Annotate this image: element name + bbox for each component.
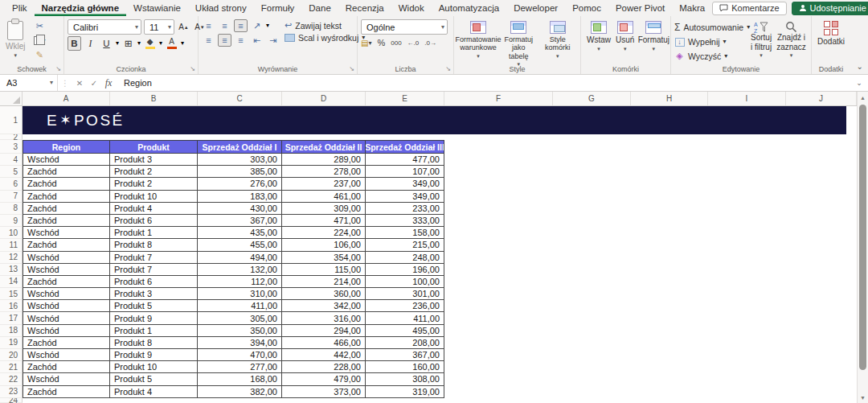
- grid-cell-E23[interactable]: 319,00: [366, 386, 444, 398]
- column-header-H[interactable]: H: [631, 92, 708, 105]
- column-header-F[interactable]: F: [444, 92, 553, 105]
- grid-cell-D15[interactable]: 360,00: [282, 288, 366, 300]
- grid-cell-E9[interactable]: 333,00: [366, 215, 444, 227]
- tab-dane[interactable]: Dane: [301, 0, 338, 16]
- grid-cell-B15[interactable]: Produkt 3: [110, 288, 198, 300]
- clear-button[interactable]: ◈ Wyczyść ▾: [674, 49, 748, 63]
- grid-cell-E10[interactable]: 158,00: [366, 227, 444, 239]
- scroll-up-icon[interactable]: ▲: [858, 92, 868, 103]
- grid-cell-A9[interactable]: Zachód: [23, 215, 110, 227]
- grid-cell-C19[interactable]: 394,00: [198, 337, 282, 349]
- grid-cell-D12[interactable]: 354,00: [282, 252, 366, 264]
- grid-cell-A16[interactable]: Wschód: [23, 300, 110, 312]
- row-header-6[interactable]: 6: [0, 178, 23, 190]
- tab-recenzja[interactable]: Recenzja: [338, 0, 391, 16]
- align-center-button[interactable]: ≡: [218, 34, 231, 47]
- grid-cell-B16[interactable]: Produkt 5: [110, 300, 198, 312]
- row-header-8[interactable]: 8: [0, 203, 23, 215]
- fill-color-button[interactable]: ◆: [143, 36, 157, 51]
- grid-cell-C14[interactable]: 112,00: [198, 276, 282, 288]
- vertical-scrollbar[interactable]: ▲ ▼: [857, 92, 868, 403]
- row-header-1[interactable]: 1: [0, 106, 23, 134]
- grid-cell-B7[interactable]: Produkt 10: [110, 191, 198, 203]
- grid-cell-E11[interactable]: 215,00: [366, 239, 444, 251]
- fill-button[interactable]: ↓ Wypełnij ▾: [674, 35, 748, 48]
- grid-cell-B23[interactable]: Produkt 4: [110, 386, 198, 398]
- row-header-19[interactable]: 19: [0, 337, 23, 349]
- grid-cell-D6[interactable]: 237,00: [282, 178, 366, 190]
- increase-decimal-button[interactable]: ←.0: [407, 40, 420, 47]
- sort-filter-button[interactable]: AZ Sortuj i filtruj ▾: [748, 19, 774, 60]
- grid-cell-C20[interactable]: 470,00: [198, 349, 282, 361]
- autosum-button[interactable]: Σ Autosumowanie ▾: [674, 20, 748, 34]
- tab-narzędzia-główne[interactable]: Narzędzia główne: [35, 0, 127, 16]
- grid-cell-D7[interactable]: 461,00: [282, 191, 366, 203]
- grid-cell-B8[interactable]: Produkt 4: [110, 203, 198, 215]
- grid-cell-D10[interactable]: 224,00: [282, 227, 366, 239]
- format-painter-button[interactable]: ✎: [29, 48, 50, 62]
- grid-cell-C17[interactable]: 305,00: [198, 312, 282, 324]
- grid-cell-C11[interactable]: 455,00: [198, 239, 282, 251]
- percent-style-button[interactable]: %: [377, 39, 385, 47]
- grid-cell-B20[interactable]: Produkt 9: [110, 349, 198, 361]
- grid-cell-A13[interactable]: Wschód: [23, 264, 110, 276]
- grid-cell-A23[interactable]: Zachód: [23, 386, 110, 398]
- grid-cell-C13[interactable]: 132,00: [198, 264, 282, 276]
- merge-center-button[interactable]: Scal i wyśrodkuj ▾: [285, 33, 365, 43]
- grid-cell-B4[interactable]: Produkt 3: [110, 154, 198, 166]
- scrollbar-thumb[interactable]: [859, 105, 866, 370]
- comma-style-button[interactable]: 000: [391, 40, 401, 47]
- row-header-22[interactable]: 22: [0, 373, 23, 385]
- grid-cell-A14[interactable]: Zachód: [23, 276, 110, 288]
- grid-cell-C16[interactable]: 411,00: [198, 300, 282, 312]
- grid-cell-D14[interactable]: 214,00: [282, 276, 366, 288]
- tab-widok[interactable]: Widok: [391, 0, 432, 16]
- tab-deweloper[interactable]: Deweloper: [506, 0, 565, 16]
- grid-cell-B14[interactable]: Produkt 6: [110, 276, 198, 288]
- grid-cell-E17[interactable]: 411,00: [366, 312, 444, 324]
- grid-cell-A10[interactable]: Wschód: [23, 227, 110, 239]
- find-select-button[interactable]: Znajdź i zaznacz ▾: [774, 19, 809, 60]
- formula-input[interactable]: Region: [116, 78, 850, 88]
- grid-cell-A18[interactable]: Wschód: [23, 325, 110, 337]
- cancel-entry-button[interactable]: ✕: [72, 79, 87, 88]
- grid-cell-D13[interactable]: 115,00: [282, 264, 366, 276]
- collapse-ribbon-icon[interactable]: ⌄: [857, 62, 863, 71]
- grid-cell-D20[interactable]: 442,00: [282, 349, 366, 361]
- grid-cell-E16[interactable]: 236,00: [366, 300, 444, 312]
- grid-cell-E5[interactable]: 107,00: [366, 166, 444, 178]
- decrease-decimal-button[interactable]: .0→: [424, 40, 436, 47]
- grid-cell-D9[interactable]: 471,00: [282, 215, 366, 227]
- grid-cell-A20[interactable]: Wschód: [23, 349, 110, 361]
- grid-cell-B11[interactable]: Produkt 8: [110, 239, 198, 251]
- table-header-cell[interactable]: Sprzedaż Oddział I: [198, 140, 282, 154]
- format-cells-button[interactable]: Formatuj ▾: [637, 19, 670, 54]
- row-header-5[interactable]: 5: [0, 166, 23, 178]
- table-header-cell[interactable]: Produkt: [110, 140, 198, 154]
- row-header-12[interactable]: 12: [0, 252, 23, 264]
- delete-cells-button[interactable]: Usuń ▾: [613, 19, 637, 54]
- row-header-4[interactable]: 4: [0, 154, 23, 166]
- grid-cell-D23[interactable]: 373,00: [282, 386, 366, 398]
- column-header-A[interactable]: A: [23, 92, 110, 105]
- tab-pomoc[interactable]: Pomoc: [565, 0, 608, 16]
- table-header-cell[interactable]: Sprzedaż Oddział III: [366, 140, 444, 154]
- grid-cell-A5[interactable]: Zachód: [23, 166, 110, 178]
- grid-cell-B9[interactable]: Produkt 6: [110, 215, 198, 227]
- grid-cell-E7[interactable]: 349,00: [366, 191, 444, 203]
- row-header-16[interactable]: 16: [0, 300, 23, 312]
- grid-cell-E22[interactable]: 308,00: [366, 373, 444, 385]
- clipboard-dialog-launcher-icon[interactable]: ↘: [55, 66, 61, 72]
- grid-cell-A15[interactable]: Wschód: [23, 288, 110, 300]
- row-header-10[interactable]: 10: [0, 227, 23, 239]
- insert-function-button[interactable]: fx: [101, 77, 116, 89]
- tab-plik[interactable]: Plik: [5, 0, 35, 16]
- grid-cell-E21[interactable]: 160,00: [366, 361, 444, 373]
- grid-cell-B5[interactable]: Produkt 2: [110, 166, 198, 178]
- column-header-C[interactable]: C: [198, 92, 282, 105]
- grid-cell-E13[interactable]: 196,00: [366, 264, 444, 276]
- underline-button[interactable]: U: [100, 36, 113, 51]
- accounting-format-button[interactable]: ▤▾: [361, 39, 371, 47]
- grid-cell-E19[interactable]: 208,00: [366, 337, 444, 349]
- grid-cell-C12[interactable]: 494,00: [198, 252, 282, 264]
